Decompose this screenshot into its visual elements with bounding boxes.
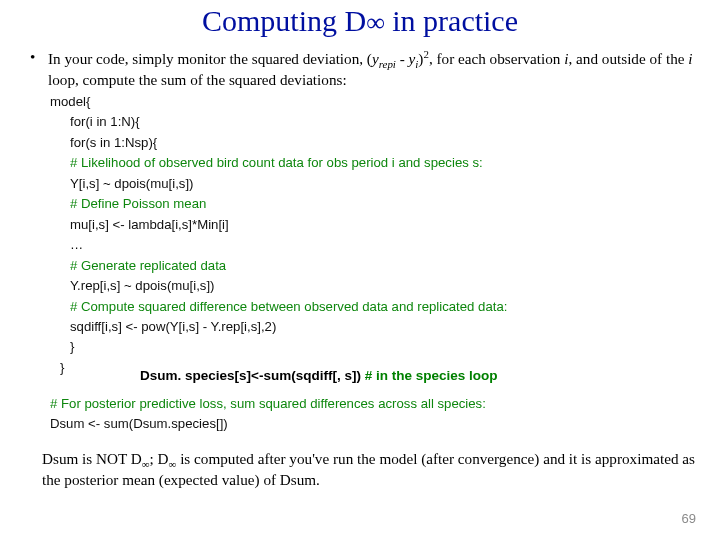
- bullet-yrep-y: y: [372, 50, 379, 67]
- code-line: …: [50, 235, 640, 255]
- bullet-frag: , for each observation: [429, 50, 564, 67]
- code-line: Dsum <- sum(Dsum.species[]): [50, 414, 486, 434]
- code-comment: # Generate replicated data: [50, 256, 640, 276]
- code-comment: # Define Poisson mean: [50, 194, 640, 214]
- title-infinity: ∞: [366, 8, 385, 37]
- code-comment: # Compute squared difference between obs…: [50, 297, 640, 317]
- code-line: model{: [50, 92, 640, 112]
- code-block: model{ for(i in 1:N){ for(s in 1:Nsp){ #…: [50, 92, 640, 378]
- code-comment: # Likelihood of observed bird count data…: [50, 153, 640, 173]
- closing-frag: ; D: [150, 450, 169, 467]
- closing-frag: Dsum is NOT D: [42, 450, 142, 467]
- bullet-dot: •: [30, 48, 35, 66]
- code-line: for(s in 1:Nsp){: [50, 133, 640, 153]
- code-line: Y[i,s] ~ dpois(mu[i,s]): [50, 174, 640, 194]
- title-pre: Computing D: [202, 4, 366, 37]
- code-line: mu[i,s] <- lambda[i,s]*Min[i]: [50, 215, 640, 235]
- bullet-frag: -: [396, 50, 409, 67]
- code-line: Y.rep[i,s] ~ dpois(mu[i,s]): [50, 276, 640, 296]
- bullet-i-loop: i: [688, 50, 692, 67]
- slide-title: Computing D∞ in practice: [0, 0, 720, 38]
- code-line: for(i in 1:N){: [50, 112, 640, 132]
- code-line: sqdiff[i,s] <- pow(Y[i,s] - Y.rep[i,s],2…: [50, 317, 640, 337]
- bullet-frag: loop, compute the sum of the squared dev…: [48, 71, 347, 88]
- dsum-species-line: Dsum. species[s]<-sum(sqdiff[, s]) # in …: [140, 368, 497, 383]
- bullet-yrep-sub: repi: [379, 58, 396, 70]
- closing-inf: ∞: [142, 458, 150, 470]
- bullet-frag: In your code, simply monitor the squared…: [48, 50, 372, 67]
- lower-code-block: # For posterior predictive loss, sum squ…: [50, 394, 486, 434]
- page-number: 69: [682, 511, 696, 526]
- dsum-species-code: Dsum. species[s]<-sum(sqdiff[, s]): [140, 368, 365, 383]
- dsum-species-comment: # in the species loop: [365, 368, 498, 383]
- slide: Computing D∞ in practice • In your code,…: [0, 0, 720, 540]
- title-post: in practice: [385, 4, 518, 37]
- code-comment: # For posterior predictive loss, sum squ…: [50, 394, 486, 414]
- code-line: }: [50, 337, 640, 357]
- bullet-frag: , and outside of the: [569, 50, 689, 67]
- closing-paragraph: Dsum is NOT D∞; D∞ is computed after you…: [42, 450, 704, 489]
- bullet-text: In your code, simply monitor the squared…: [48, 48, 704, 89]
- bullet-item: • In your code, simply monitor the squar…: [30, 48, 704, 89]
